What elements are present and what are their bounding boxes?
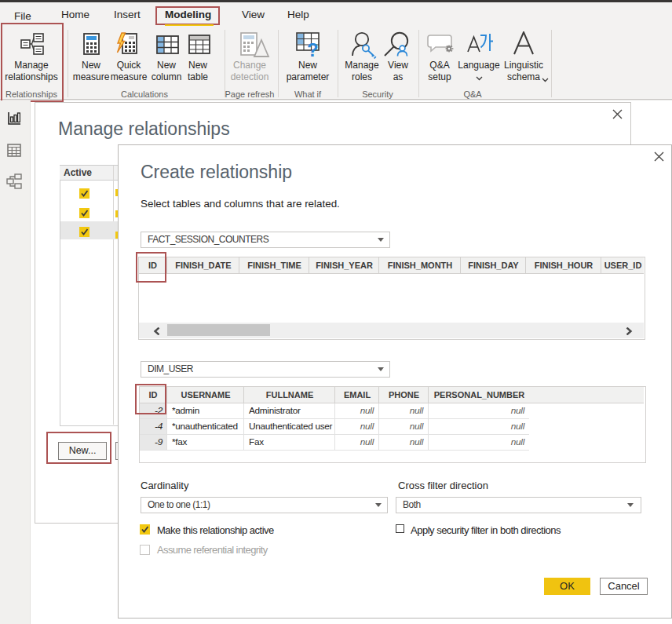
svg-text:?: ?: [307, 39, 319, 57]
